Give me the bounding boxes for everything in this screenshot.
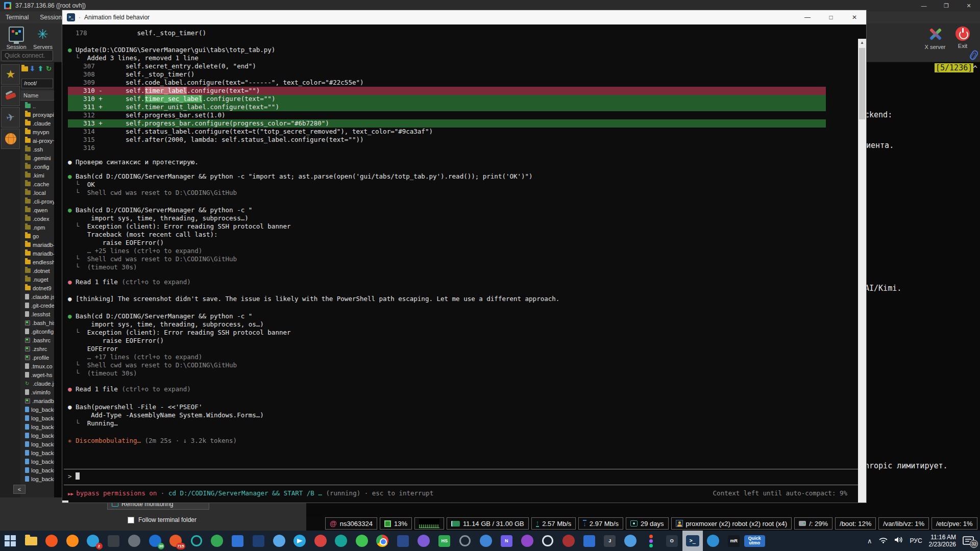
menu-terminal[interactable]: Terminal bbox=[0, 11, 34, 23]
refresh-icon[interactable]: ↻ bbox=[46, 65, 53, 72]
claude-prompt[interactable]: > bbox=[68, 472, 80, 480]
favorites-tab[interactable]: ★ bbox=[1, 64, 20, 85]
speaker-icon[interactable] bbox=[894, 536, 903, 545]
close-icon[interactable]: ✕ bbox=[843, 10, 866, 24]
tree-item[interactable]: .kimi bbox=[20, 171, 54, 180]
tree-item[interactable]: .profile bbox=[20, 353, 54, 362]
claude-window-titlebar[interactable]: >_ · Animation field behavior — □ ✕ bbox=[62, 10, 866, 24]
tree-item[interactable]: dotnet9 bbox=[20, 284, 54, 292]
close-icon[interactable]: ✕ bbox=[958, 0, 980, 11]
taskbar-app-dark-tool[interactable] bbox=[104, 531, 125, 551]
tree-item[interactable]: .lesshst bbox=[20, 310, 54, 318]
tree-item[interactable]: .claude.js bbox=[20, 292, 54, 301]
taskbar-app-lightblue[interactable] bbox=[269, 531, 290, 551]
upload-icon[interactable]: ⬆ bbox=[38, 65, 44, 72]
taskbar-edge[interactable]: 2 bbox=[83, 531, 104, 551]
tree-item[interactable]: .bashrc bbox=[20, 336, 54, 344]
taskbar-whatsapp[interactable] bbox=[352, 531, 373, 551]
taskbar-app-gray[interactable] bbox=[124, 531, 145, 551]
tools-tab[interactable] bbox=[1, 86, 20, 106]
taskbar-firefox[interactable] bbox=[62, 531, 83, 551]
tree-item[interactable]: .nuget bbox=[20, 275, 54, 284]
taskbar-clock[interactable]: 11:16 AM 2/23/2026 bbox=[929, 534, 956, 548]
tree-item[interactable]: .gitconfig bbox=[20, 327, 54, 336]
notification-center-icon[interactable]: 32 bbox=[963, 535, 976, 546]
tree-item[interactable]: .zshrc bbox=[20, 344, 54, 353]
tree-item[interactable]: .mariadb bbox=[20, 396, 54, 405]
tree-item[interactable]: ai-proxy~ bbox=[20, 136, 54, 145]
tree-item[interactable]: .claude bbox=[20, 119, 54, 128]
tree-item[interactable]: log_backu bbox=[20, 474, 54, 483]
folder-up-icon[interactable] bbox=[21, 66, 28, 71]
taskbar-figma[interactable] bbox=[641, 531, 662, 551]
tree-item[interactable]: endlessh bbox=[20, 258, 54, 266]
tree-item[interactable]: mariadb-i bbox=[20, 240, 54, 249]
taskbar-app-darkred[interactable] bbox=[558, 531, 579, 551]
taskbar-quick-utmo[interactable]: Quick utmo bbox=[744, 531, 765, 551]
taskbar-app-n[interactable]: N bbox=[496, 531, 517, 551]
tree-item[interactable]: log_backu bbox=[20, 457, 54, 466]
taskbar-app-green[interactable] bbox=[207, 531, 228, 551]
minimize-icon[interactable]: — bbox=[913, 0, 935, 11]
taskbar-file-explorer[interactable] bbox=[21, 531, 42, 551]
taskbar-app-teal-ring[interactable] bbox=[186, 531, 207, 551]
taskbar-telegram[interactable] bbox=[289, 531, 310, 551]
claude-terminal-content[interactable]: 178 self._stop_timer()● Update(D:\CODING… bbox=[62, 24, 866, 503]
taskbar-app-purple[interactable] bbox=[413, 531, 434, 551]
taskbar-app-monitor[interactable] bbox=[703, 531, 724, 551]
tree-item[interactable]: log_backu bbox=[20, 448, 54, 457]
restore-icon[interactable]: ❐ bbox=[935, 0, 958, 11]
tree-item[interactable]: ↻.claude.js bbox=[20, 379, 54, 388]
tree-item[interactable]: .gemini bbox=[20, 154, 54, 162]
tree-item[interactable]: log_backu bbox=[20, 440, 54, 448]
taskbar-mremoteng[interactable]: mR bbox=[724, 531, 745, 551]
x-server-button[interactable]: X server bbox=[922, 27, 948, 50]
wifi-icon[interactable] bbox=[879, 536, 888, 545]
network-tab[interactable] bbox=[1, 129, 20, 149]
tree-item[interactable]: proxyapi bbox=[20, 110, 54, 119]
tree-item[interactable]: .git-crede bbox=[20, 301, 54, 310]
taskbar-browser-updates[interactable]: 30 bbox=[145, 531, 166, 551]
taskbar-app-red[interactable] bbox=[310, 531, 331, 551]
tree-item[interactable]: .cli-proxy bbox=[20, 197, 54, 206]
taskbar-app-blue[interactable] bbox=[228, 531, 249, 551]
taskbar-app-navy2[interactable] bbox=[393, 531, 414, 551]
tree-item[interactable]: .cache bbox=[20, 180, 54, 188]
tree-item[interactable]: .ssh bbox=[20, 145, 54, 154]
taskbar-chrome[interactable] bbox=[372, 531, 393, 551]
taskbar-app-blue3[interactable] bbox=[579, 531, 600, 551]
tree-item[interactable]: mariadb-c bbox=[20, 249, 54, 258]
taskbar-app-blue2[interactable] bbox=[476, 531, 497, 551]
tree-item[interactable]: .npm bbox=[20, 223, 54, 232]
taskbar-brave[interactable] bbox=[41, 531, 62, 551]
tree-item[interactable]: log_backu bbox=[20, 431, 54, 440]
taskbar-app-lens[interactable] bbox=[455, 531, 476, 551]
path-field[interactable]: /root/ bbox=[21, 79, 53, 88]
exit-button[interactable]: Exit bbox=[949, 27, 976, 49]
taskbar-app-violet[interactable] bbox=[517, 531, 538, 551]
language-indicator[interactable]: РУС bbox=[910, 537, 922, 544]
taskbar-app-hs[interactable]: HS bbox=[434, 531, 455, 551]
minimize-icon[interactable]: — bbox=[796, 10, 819, 24]
tree-item[interactable]: .viminfo bbox=[20, 388, 54, 396]
tree-item[interactable]: .wget-hs bbox=[20, 370, 54, 379]
session-button[interactable]: Session bbox=[3, 27, 30, 50]
tray-chevron-up-icon[interactable]: ∧ bbox=[867, 537, 872, 545]
download-icon[interactable]: ⬇ bbox=[30, 65, 36, 72]
taskbar-app-blue4[interactable] bbox=[620, 531, 641, 551]
tree-item[interactable]: .local bbox=[20, 188, 54, 197]
taskbar-app-cyan[interactable] bbox=[331, 531, 352, 551]
scroll-left-button[interactable]: < bbox=[13, 485, 26, 494]
tree-item[interactable]: log_backu bbox=[20, 422, 54, 431]
tree-item[interactable]: .config bbox=[20, 162, 54, 171]
tree-item[interactable]: log_backu bbox=[20, 405, 54, 414]
follow-terminal-folder-checkbox[interactable] bbox=[128, 517, 134, 523]
tree-item[interactable]: .bash_his bbox=[20, 318, 54, 327]
tree-item[interactable]: .. bbox=[20, 102, 54, 110]
taskbar-app-o[interactable]: O bbox=[662, 531, 682, 551]
maximize-icon[interactable]: □ bbox=[819, 10, 843, 24]
name-column-header[interactable]: Name bbox=[20, 90, 54, 101]
taskbar-app-j[interactable]: J bbox=[600, 531, 621, 551]
scroll-up-icon[interactable]: ▲ bbox=[858, 39, 866, 47]
tree-item[interactable]: .qwen bbox=[20, 206, 54, 214]
